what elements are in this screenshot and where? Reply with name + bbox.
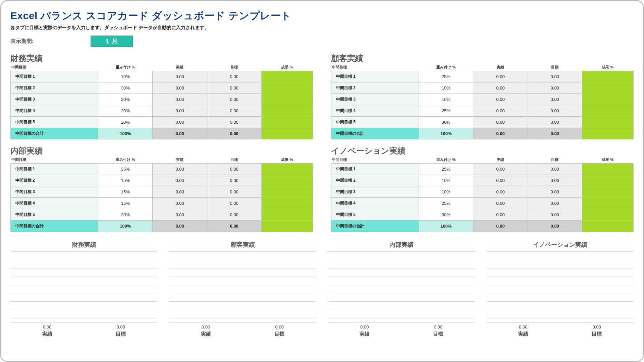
cell-actual[interactable]: 0.00 [153,71,207,82]
cell-actual[interactable]: 0.00 [473,71,528,82]
cell-name[interactable]: 中間目標 4 [11,198,98,209]
cell-name[interactable]: 中間目標 3 [331,186,419,198]
cell-result[interactable] [261,198,313,209]
cell-target[interactable]: 0.00 [207,105,261,117]
cell-target[interactable]: 0.00 [528,82,582,94]
cell-actual[interactable]: 0.00 [153,175,207,186]
cell-target[interactable]: 0.00 [207,71,261,82]
cell-target[interactable]: 0.00 [207,175,261,186]
cell-weight[interactable]: 10% [98,71,153,82]
cell-name[interactable]: 中間目標 3 [331,94,419,105]
cell-name[interactable]: 中間目標 2 [11,82,98,94]
cell-target[interactable]: 0.00 [528,94,582,105]
cell-actual[interactable]: 0.00 [473,175,528,186]
cell-actual[interactable]: 0.00 [153,164,207,175]
cell-weight[interactable]: 20% [98,209,153,221]
cell-target[interactable]: 0.00 [207,94,261,105]
cell-result[interactable] [582,117,633,128]
cell-result[interactable] [261,71,313,82]
cell-target[interactable]: 0.00 [528,117,582,128]
cell-weight[interactable]: 10% [419,186,473,198]
cell-actual[interactable]: 0.00 [473,117,528,128]
cell-result[interactable] [582,164,633,175]
cell-target[interactable]: 0.00 [207,209,261,221]
cell-name[interactable]: 中間目標 5 [11,209,98,221]
cell-result[interactable] [582,186,633,198]
cell-actual[interactable]: 0.00 [153,186,207,198]
period-selector[interactable]: １月 [91,36,133,47]
cell-target[interactable]: 0.00 [528,209,582,221]
cell-name[interactable]: 中間目標 1 [11,71,98,82]
cell-target[interactable]: 0.00 [528,105,582,117]
cell-name[interactable]: 中間目標 1 [331,164,419,175]
cell-target[interactable]: 0.00 [528,198,582,209]
cell-target[interactable]: 0.00 [207,164,261,175]
cell-target[interactable]: 0.00 [207,117,261,128]
cell-name[interactable]: 中間目標 5 [331,209,419,221]
cell-target[interactable]: 0.00 [207,186,261,198]
cell-result[interactable] [582,105,633,117]
cell-name[interactable]: 中間目標 1 [331,71,419,82]
cell-target[interactable]: 0.00 [528,175,582,186]
cell-name[interactable]: 中間目標 2 [331,82,419,94]
cell-target[interactable]: 0.00 [207,82,261,94]
cell-weight[interactable]: 25% [419,164,473,175]
cell-result[interactable] [582,209,633,221]
cell-actual[interactable]: 0.00 [473,209,528,221]
cell-target[interactable]: 0.00 [207,198,261,209]
cell-actual[interactable]: 0.00 [473,198,528,209]
cell-result[interactable] [261,117,313,128]
cell-weight[interactable]: 20% [98,94,153,105]
cell-result[interactable] [261,186,313,198]
cell-weight[interactable]: 30% [419,209,473,221]
cell-actual[interactable]: 0.00 [473,164,528,175]
cell-weight[interactable]: 15% [98,175,153,186]
cell-actual[interactable]: 0.00 [473,186,528,198]
cell-result[interactable] [261,82,313,94]
cell-weight[interactable]: 10% [419,82,473,94]
cell-actual[interactable]: 0.00 [153,117,207,128]
cell-actual[interactable]: 0.00 [153,94,207,105]
cell-weight[interactable]: 35% [98,164,153,175]
cell-result[interactable] [582,198,633,209]
cell-weight[interactable]: 15% [98,186,153,198]
cell-weight[interactable]: 25% [419,198,473,209]
cell-actual[interactable]: 0.00 [153,105,207,117]
cell-actual[interactable]: 0.00 [473,94,528,105]
cell-name[interactable]: 中間目標 4 [331,198,419,209]
cell-name[interactable]: 中間目標 4 [11,105,98,117]
cell-result[interactable] [261,105,313,117]
cell-name[interactable]: 中間目標 1 [11,164,98,175]
cell-actual[interactable]: 0.00 [473,105,528,117]
cell-target[interactable]: 0.00 [528,71,582,82]
cell-actual[interactable]: 0.00 [473,82,528,94]
cell-name[interactable]: 中間目標 2 [11,175,98,186]
cell-name[interactable]: 中間目標 3 [11,94,98,105]
cell-actual[interactable]: 0.00 [153,198,207,209]
cell-result[interactable] [261,94,313,105]
cell-weight[interactable]: 20% [98,105,153,117]
cell-result[interactable] [261,209,313,221]
cell-target[interactable]: 0.00 [528,186,582,198]
cell-weight[interactable]: 10% [419,175,473,186]
cell-name[interactable]: 中間目標 2 [331,175,419,186]
cell-name[interactable]: 中間目標 4 [331,105,419,117]
cell-weight[interactable]: 10% [419,94,473,105]
cell-name[interactable]: 中間目標 5 [11,117,98,128]
cell-result[interactable] [261,175,313,186]
cell-result[interactable] [582,82,633,94]
cell-result[interactable] [261,164,313,175]
cell-target[interactable]: 0.00 [528,164,582,175]
cell-weight[interactable]: 25% [419,71,473,82]
cell-weight[interactable]: 25% [419,105,473,117]
cell-name[interactable]: 中間目標 5 [331,117,419,128]
cell-result[interactable] [582,175,633,186]
cell-weight[interactable]: 15% [98,198,153,209]
cell-weight[interactable]: 20% [98,117,153,128]
cell-weight[interactable]: 30% [419,117,473,128]
cell-actual[interactable]: 0.00 [153,82,207,94]
cell-weight[interactable]: 30% [98,82,153,94]
cell-name[interactable]: 中間目標 3 [11,186,98,198]
cell-result[interactable] [582,71,633,82]
cell-result[interactable] [582,94,633,105]
